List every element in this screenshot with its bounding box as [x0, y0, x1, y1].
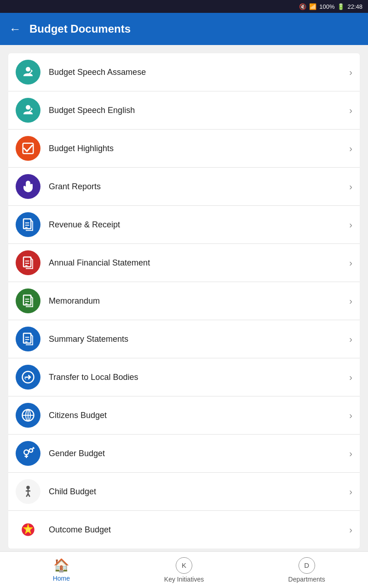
key-initiatives-label: Key Initiatives: [164, 576, 204, 583]
battery-level: 100%: [319, 3, 334, 10]
item-icon-9: [16, 403, 40, 428]
item-chevron-0: ›: [349, 67, 352, 78]
item-chevron-1: ›: [349, 105, 352, 116]
item-label-7: Summary Statements: [49, 334, 349, 344]
item-icon-0: [16, 60, 40, 85]
svg-point-38: [26, 527, 30, 532]
item-icon-2: [16, 136, 40, 161]
list-item[interactable]: Annual Financial Statement›: [8, 244, 360, 282]
wifi-icon: 📶: [309, 3, 316, 10]
item-chevron-2: ›: [349, 143, 352, 154]
item-label-5: Annual Financial Statement: [49, 258, 349, 268]
svg-point-25: [24, 450, 29, 455]
document-list: Budget Speech Assamese› Budget Speech En…: [8, 53, 360, 548]
list-item[interactable]: Child Budget›: [8, 473, 360, 511]
item-icon-11: [16, 479, 40, 504]
list-item[interactable]: Outcome Budget›: [8, 511, 360, 548]
svg-point-32: [26, 486, 30, 490]
key-initiatives-icon: K: [176, 557, 192, 574]
item-label-8: Transfer to Local Bodies: [49, 373, 349, 382]
item-chevron-11: ›: [349, 486, 352, 497]
item-icon-3: [16, 174, 40, 199]
item-label-10: Gender Budget: [49, 449, 349, 458]
item-chevron-4: ›: [349, 220, 352, 230]
home-label: Home: [53, 575, 70, 582]
svg-point-0: [26, 67, 30, 72]
item-label-4: Revenue & Receipt: [49, 220, 349, 230]
page-title: Budget Documents: [29, 23, 131, 35]
item-label-3: Grant Reports: [49, 182, 349, 192]
status-bar: 🔇 📶 100% 🔋 22:48: [0, 0, 368, 13]
list-item[interactable]: Grant Reports›: [8, 168, 360, 206]
list-item[interactable]: Citizens Budget›: [8, 396, 360, 435]
battery-full-icon: 🔋: [337, 3, 345, 10]
list-item[interactable]: Budget Speech Assamese›: [8, 53, 360, 91]
nav-home[interactable]: 🏠 Home: [0, 558, 123, 582]
svg-point-28: [29, 449, 33, 452]
item-label-1: Budget Speech English: [49, 106, 349, 115]
item-icon-7: [16, 327, 40, 351]
item-label-0: Budget Speech Assamese: [49, 68, 349, 77]
svg-text:₹: ₹: [24, 376, 27, 381]
list-item[interactable]: Revenue & Receipt›: [8, 206, 360, 244]
departments-icon: D: [299, 557, 315, 574]
item-label-12: Outcome Budget: [49, 525, 349, 535]
svg-point-1: [26, 105, 30, 110]
list-item[interactable]: Budget Highlights›: [8, 130, 360, 168]
item-chevron-3: ›: [349, 181, 352, 192]
item-icon-5: [16, 250, 40, 275]
item-chevron-6: ›: [349, 296, 352, 306]
item-chevron-8: ›: [349, 372, 352, 383]
nav-departments[interactable]: D Departments: [245, 557, 368, 583]
item-chevron-5: ›: [349, 258, 352, 268]
list-item[interactable]: Memorandum›: [8, 282, 360, 320]
item-label-6: Memorandum: [49, 296, 349, 306]
item-label-2: Budget Highlights: [49, 144, 349, 153]
item-label-9: Citizens Budget: [49, 411, 349, 420]
item-icon-1: [16, 98, 40, 123]
item-icon-6: [16, 288, 40, 313]
item-icon-8: ₹: [16, 365, 40, 390]
departments-label: Departments: [288, 576, 325, 583]
list-item[interactable]: Budget Speech English›: [8, 91, 360, 130]
item-chevron-7: ›: [349, 334, 352, 345]
home-icon: 🏠: [53, 558, 69, 573]
list-item[interactable]: ₹ Transfer to Local Bodies›: [8, 358, 360, 396]
nav-key-initiatives[interactable]: K Key Initiatives: [123, 557, 246, 583]
item-icon-4: [16, 212, 40, 237]
item-chevron-10: ›: [349, 448, 352, 459]
list-item[interactable]: Gender Budget›: [8, 435, 360, 473]
time: 22:48: [347, 3, 362, 10]
list-item[interactable]: Summary Statements›: [8, 320, 360, 358]
battery-icon: 🔇: [299, 3, 306, 10]
svg-line-36: [28, 494, 30, 497]
item-chevron-9: ›: [349, 410, 352, 421]
item-icon-12: [16, 517, 40, 542]
app-bar: ← Budget Documents: [0, 13, 368, 45]
bottom-nav: 🏠 Home K Key Initiatives D Departments: [0, 551, 368, 588]
item-label-11: Child Budget: [49, 487, 349, 497]
back-button[interactable]: ←: [9, 22, 21, 36]
item-icon-10: [16, 441, 40, 466]
item-chevron-12: ›: [349, 525, 352, 535]
